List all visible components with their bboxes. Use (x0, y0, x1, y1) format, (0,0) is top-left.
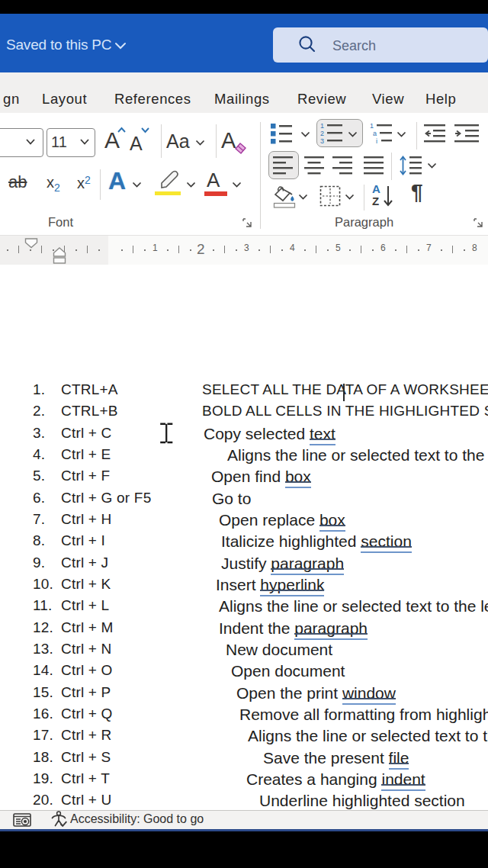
svg-text:1: 1 (370, 122, 374, 130)
svg-text:a: a (373, 130, 377, 137)
svg-text:3: 3 (320, 137, 324, 145)
svg-text:2: 2 (320, 130, 324, 137)
svg-text:1: 1 (320, 122, 324, 130)
svg-text:i: i (376, 137, 377, 145)
